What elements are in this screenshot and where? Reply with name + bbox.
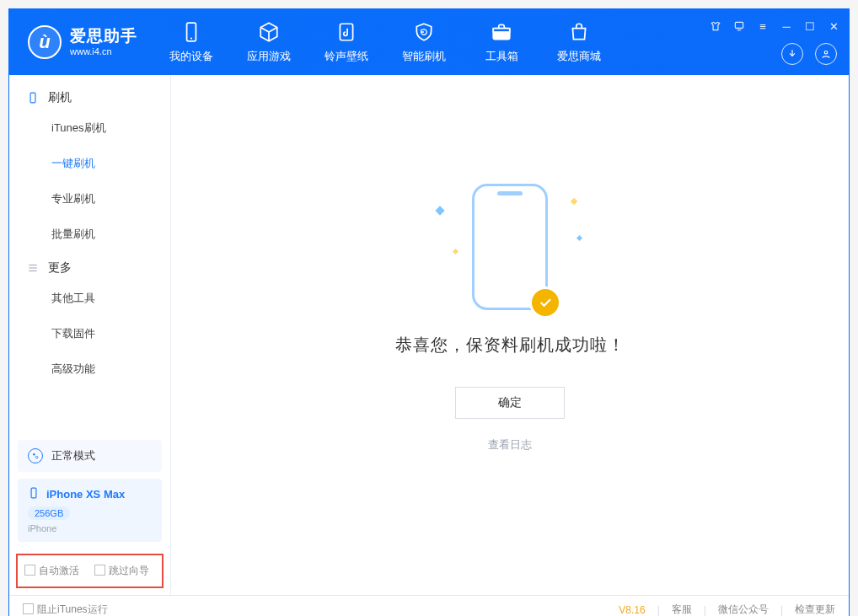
sidebar-item-download-firmware[interactable]: 下载固件 — [9, 316, 170, 351]
sidebar-group-more: 更多 — [9, 252, 170, 281]
sidebar-item-pro-flash[interactable]: 专业刷机 — [9, 181, 170, 217]
bag-icon — [567, 20, 591, 44]
nav-label: 铃声壁纸 — [324, 49, 368, 64]
minimize-button[interactable]: ─ — [778, 18, 795, 35]
nav-store[interactable]: 爱思商城 — [540, 9, 618, 75]
phone-detect-icon — [28, 487, 40, 501]
block-itunes-checkbox[interactable]: 阻止iTunes运行 — [23, 603, 108, 616]
skip-guide-label: 跳过向导 — [109, 565, 149, 576]
svg-point-9 — [35, 456, 38, 458]
sidebar-scroll: 刷机 iTunes刷机 一键刷机 专业刷机 批量刷机 更多 其他工具 下载固件 … — [9, 75, 170, 431]
shield-refresh-icon — [412, 20, 436, 44]
sidebar-item-other-tools[interactable]: 其他工具 — [9, 281, 170, 316]
svg-rect-5 — [735, 22, 743, 28]
device-mode-card[interactable]: 正常模式 — [18, 440, 162, 472]
nav-smart-flash[interactable]: 智能刷机 — [385, 9, 463, 75]
music-file-icon — [335, 20, 358, 44]
main-content: 恭喜您，保资料刷机成功啦！ 确定 查看日志 — [171, 75, 849, 595]
svg-rect-2 — [340, 24, 352, 40]
nav-label: 应用游戏 — [247, 49, 291, 64]
body: 刷机 iTunes刷机 一键刷机 专业刷机 批量刷机 更多 其他工具 下载固件 … — [9, 75, 849, 595]
account-controls — [781, 43, 837, 65]
success-message: 恭喜您，保资料刷机成功啦！ — [395, 334, 625, 356]
nav-ringtone-wallpaper[interactable]: 铃声壁纸 — [308, 9, 385, 75]
sidebar-group-flash: 刷机 — [9, 82, 170, 110]
device-info-card[interactable]: iPhone XS Max 256GB iPhone — [18, 479, 162, 542]
toolbox-icon — [490, 20, 513, 44]
svg-rect-4 — [493, 29, 510, 32]
menu-icon[interactable]: ≡ — [754, 18, 771, 35]
shirt-icon[interactable] — [707, 18, 724, 35]
titlebar: ù 爱思助手 www.i4.cn 我的设备 应用游戏 铃声壁纸 智能刷机 — [9, 9, 849, 75]
version-label: V8.16 — [619, 604, 645, 616]
nav-my-device[interactable]: 我的设备 — [153, 9, 230, 75]
nav-toolbox[interactable]: 工具箱 — [463, 9, 540, 75]
sparkle-icon — [435, 206, 444, 215]
statusbar: 阻止iTunes运行 V8.16 | 客服 | 微信公众号 | 检查更新 — [9, 595, 849, 616]
window-controls: ≡ ─ ☐ ✕ — [707, 9, 849, 75]
feedback-icon[interactable] — [731, 18, 748, 35]
check-badge-icon — [529, 287, 561, 319]
svg-rect-10 — [31, 488, 36, 498]
app-name: 爱思助手 — [70, 27, 137, 46]
auto-activate-checkbox[interactable]: 自动激活 — [24, 564, 79, 578]
device-type: iPhone — [28, 523, 152, 533]
app-logo-icon: ù — [28, 25, 62, 59]
download-icon[interactable] — [781, 43, 803, 65]
top-nav: 我的设备 应用游戏 铃声壁纸 智能刷机 工具箱 爱思商城 — [153, 9, 618, 75]
device-name-row: iPhone XS Max — [28, 487, 152, 501]
sidebar: 刷机 iTunes刷机 一键刷机 专业刷机 批量刷机 更多 其他工具 下载固件 … — [9, 75, 171, 595]
device-panel: 正常模式 iPhone XS Max 256GB iPhone — [9, 431, 170, 549]
sidebar-item-batch-flash[interactable]: 批量刷机 — [9, 217, 170, 252]
confirm-button[interactable]: 确定 — [455, 387, 565, 419]
maximize-button[interactable]: ☐ — [802, 18, 818, 35]
nav-label: 我的设备 — [169, 49, 213, 64]
list-small-icon — [26, 261, 40, 275]
sidebar-item-oneclick-flash[interactable]: 一键刷机 — [9, 146, 170, 181]
nav-label: 工具箱 — [485, 49, 518, 64]
cube-icon — [257, 20, 281, 44]
nav-label: 智能刷机 — [402, 49, 446, 64]
sparkle-icon — [453, 249, 458, 254]
sidebar-item-advanced[interactable]: 高级功能 — [9, 351, 170, 387]
sidebar-item-itunes-flash[interactable]: iTunes刷机 — [9, 110, 170, 146]
skip-guide-checkbox[interactable]: 跳过向导 — [94, 564, 149, 578]
block-itunes-label: 阻止iTunes运行 — [37, 603, 108, 615]
device-name: iPhone XS Max — [46, 488, 125, 501]
mode-icon — [28, 448, 43, 463]
nav-apps-games[interactable]: 应用游戏 — [230, 9, 308, 75]
status-link-wechat[interactable]: 微信公众号 — [718, 603, 769, 616]
user-icon[interactable] — [815, 43, 837, 65]
app-subdomain: www.i4.cn — [70, 46, 137, 57]
nav-label: 爱思商城 — [557, 49, 601, 64]
sparkle-icon — [571, 198, 577, 205]
device-mode-label: 正常模式 — [51, 448, 95, 463]
auto-activate-label: 自动激活 — [39, 565, 79, 576]
logo-area: ù 爱思助手 www.i4.cn — [9, 9, 153, 75]
svg-point-1 — [190, 38, 192, 40]
svg-point-6 — [824, 51, 828, 55]
svg-rect-7 — [30, 93, 35, 103]
phone-small-icon — [26, 91, 40, 104]
status-link-support[interactable]: 客服 — [672, 603, 692, 616]
sparkle-icon — [576, 235, 582, 241]
app-title-block: 爱思助手 www.i4.cn — [70, 27, 137, 57]
device-icon — [180, 20, 203, 44]
close-button[interactable]: ✕ — [825, 18, 842, 35]
view-log-link[interactable]: 查看日志 — [488, 437, 532, 453]
app-window: ù 爱思助手 www.i4.cn 我的设备 应用游戏 铃声壁纸 智能刷机 — [8, 8, 850, 616]
device-storage-badge: 256GB — [28, 506, 70, 520]
status-link-update[interactable]: 检查更新 — [795, 603, 835, 616]
sidebar-group-label: 刷机 — [48, 90, 72, 105]
success-illustration — [472, 184, 548, 310]
svg-point-8 — [33, 453, 35, 456]
highlighted-options-box: 自动激活 跳过向导 — [16, 554, 164, 588]
sidebar-group-label: 更多 — [48, 260, 72, 276]
